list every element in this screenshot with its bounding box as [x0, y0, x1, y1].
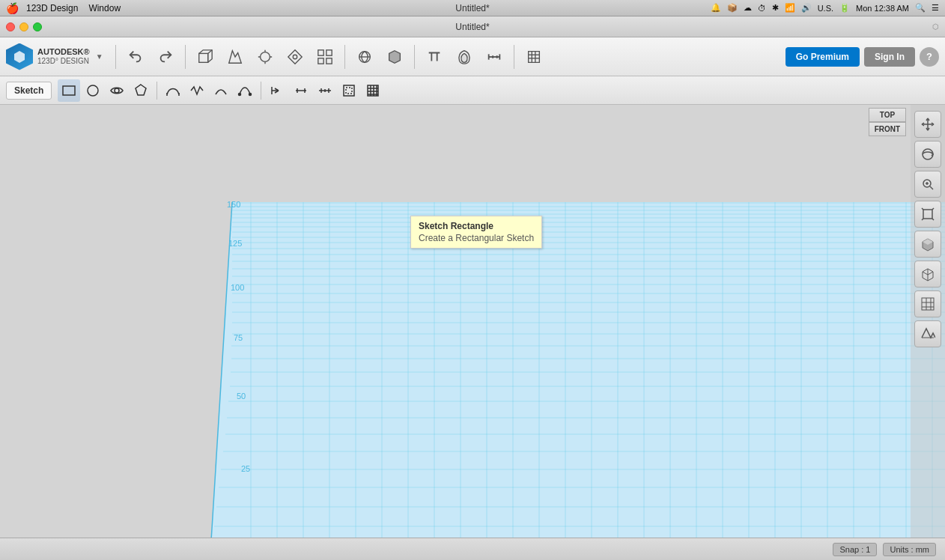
sketch-arc1-button[interactable] — [210, 79, 232, 102]
svg-rect-114 — [922, 298, 934, 310]
construct-button[interactable] — [252, 43, 279, 70]
sketch-circle-button[interactable] — [82, 79, 104, 102]
sketch-spline1-button[interactable] — [162, 79, 184, 102]
materials-button[interactable] — [520, 43, 547, 70]
divider-4 — [414, 45, 415, 69]
logo-area: AUTODESK® 123D° DESIGN ▼ — [6, 43, 103, 70]
logo-text: AUTODESK® 123D° DESIGN — [37, 47, 90, 66]
sketch-label-button[interactable]: Sketch — [6, 82, 52, 100]
menu-app[interactable]: 123D Design — [26, 3, 78, 13]
solid-view-button[interactable] — [914, 231, 941, 258]
svg-rect-0 — [198, 53, 207, 62]
svg-text:25: 25 — [241, 464, 250, 473]
sketch-project-button[interactable] — [338, 79, 360, 102]
logo-dropdown[interactable]: ▼ — [96, 52, 103, 61]
svg-rect-4 — [326, 49, 331, 55]
main-toolbar: AUTODESK® 123D° DESIGN ▼ — [0, 37, 945, 76]
divider-5 — [514, 45, 514, 69]
sketch-constraint3-button[interactable] — [314, 79, 336, 102]
sketch-polygon-button[interactable] — [130, 79, 152, 102]
grid-button[interactable] — [914, 290, 941, 317]
menu-window[interactable]: Window — [88, 3, 121, 13]
volume-icon: 🔊 — [801, 3, 812, 13]
language-indicator: U.S. — [818, 4, 833, 13]
canvas-area[interactable]: 25 50 75 100 125 150 25 50 75 100 125 15… — [0, 105, 945, 538]
orbit-button[interactable] — [914, 141, 941, 168]
sketch-eye-button[interactable] — [106, 79, 128, 102]
view-cube: TOP FRONT — [869, 108, 906, 136]
pattern-button[interactable] — [312, 43, 338, 70]
apple-menu[interactable]: 🍎 — [6, 2, 19, 14]
system-tray: 🔔 📦 ☁ ⏱ ✱ 📶 🔊 U.S. 🔋 Mon 12:38 AM 🔍 ☰ — [711, 3, 939, 13]
divider-3 — [344, 45, 345, 69]
render-button[interactable] — [914, 320, 941, 347]
svg-rect-8 — [63, 86, 75, 95]
toolbar-right: Go Premium Sign In ? — [786, 47, 939, 67]
zoom-button[interactable] — [914, 171, 941, 198]
svg-point-12 — [249, 93, 252, 95]
cloud-icon: ☁ — [744, 3, 752, 13]
svg-rect-25 — [346, 88, 352, 94]
sketch-arc2-button[interactable] — [234, 79, 256, 102]
sketch-intersect-button[interactable] — [362, 79, 384, 102]
spotlight-icon[interactable]: 🔍 — [915, 3, 926, 13]
sketch-rectangle-button[interactable] — [58, 79, 80, 102]
status-bar: Snap : 1 Units : mm — [0, 538, 945, 560]
measure-button[interactable] — [481, 43, 508, 70]
wifi-icon: 📶 — [785, 3, 795, 13]
view-cube-top[interactable]: TOP — [869, 108, 906, 122]
solid-button[interactable] — [381, 43, 408, 70]
menu-extra-icon[interactable]: ☰ — [932, 3, 939, 13]
sketch-constraint2-button[interactable] — [290, 79, 312, 102]
premium-button[interactable]: Go Premium — [786, 47, 860, 67]
svg-text:75: 75 — [234, 333, 243, 342]
units-control[interactable]: Units : mm — [883, 543, 936, 556]
redo-button[interactable] — [152, 43, 179, 70]
signin-button[interactable]: Sign In — [864, 47, 915, 67]
undo-button[interactable] — [122, 43, 149, 70]
transform-button[interactable] — [282, 43, 309, 70]
sketch-mode-button[interactable] — [222, 43, 249, 70]
sketch-spline2-button[interactable] — [186, 79, 208, 102]
view-cube-front[interactable]: FRONT — [869, 122, 906, 136]
clock-icon: ⏱ — [758, 4, 766, 13]
snap-control[interactable]: Snap : 1 — [833, 543, 877, 556]
minimize-button[interactable] — [19, 22, 28, 31]
fit-view-button[interactable] — [914, 201, 941, 228]
text-button[interactable] — [421, 43, 448, 70]
svg-text:125: 125 — [228, 239, 242, 248]
view-panel — [911, 105, 945, 538]
app-logo — [6, 43, 33, 70]
wireframe-button[interactable] — [914, 261, 941, 287]
app-title: Untitled* — [455, 22, 489, 32]
pan-button[interactable] — [914, 111, 941, 138]
notification-icon: 🔔 — [711, 3, 721, 13]
sketch-constraint1-button[interactable] — [266, 79, 288, 102]
grid-svg: 25 50 75 100 125 150 25 50 75 100 125 15… — [0, 105, 945, 538]
help-button[interactable]: ? — [920, 47, 939, 67]
svg-point-11 — [239, 93, 241, 95]
close-button[interactable] — [6, 22, 15, 31]
maximize-button[interactable] — [33, 22, 42, 31]
svg-text:100: 100 — [231, 283, 244, 292]
svg-rect-24 — [344, 85, 354, 96]
mac-titlebar: 🍎 123D Design Window Untitled* 🔔 📦 ☁ ⏱ ✱… — [0, 0, 945, 16]
sketch-div-1 — [157, 82, 157, 100]
resize-handle[interactable]: ⬡ — [932, 22, 939, 31]
app-window-bar: Untitled* ⬡ — [0, 16, 945, 37]
svg-text:50: 50 — [237, 392, 246, 401]
svg-point-9 — [88, 85, 98, 96]
svg-text:150: 150 — [227, 200, 240, 209]
group-button[interactable] — [351, 43, 378, 70]
svg-point-1 — [260, 52, 270, 61]
window-title: Untitled* — [455, 3, 489, 13]
primitive-box-button[interactable] — [192, 43, 219, 70]
sketch-toolbar: Sketch — [0, 76, 945, 105]
svg-rect-6 — [326, 58, 331, 63]
divider-2 — [185, 45, 186, 69]
clock-time: Mon 12:38 AM — [856, 4, 909, 13]
timemachine-icon: 📦 — [727, 3, 738, 13]
sketch-div-2 — [261, 82, 261, 100]
battery-icon: 🔋 — [839, 3, 850, 13]
shell-button[interactable] — [451, 43, 478, 70]
